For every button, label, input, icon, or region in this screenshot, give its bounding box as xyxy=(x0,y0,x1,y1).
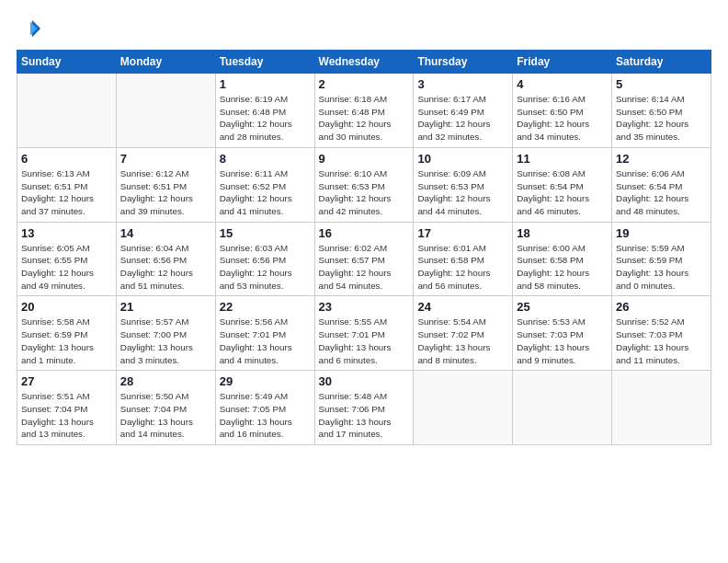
calendar-day-20: 20Sunrise: 5:58 AM Sunset: 6:59 PM Dayli… xyxy=(17,296,117,371)
day-number: 8 xyxy=(220,152,311,166)
weekday-header-sunday: Sunday xyxy=(17,51,117,74)
day-number: 21 xyxy=(120,300,211,314)
calendar-day-21: 21Sunrise: 5:57 AM Sunset: 7:00 PM Dayli… xyxy=(116,296,215,371)
day-info: Sunrise: 6:11 AM Sunset: 6:52 PM Dayligh… xyxy=(220,167,311,218)
day-info: Sunrise: 6:03 AM Sunset: 6:56 PM Dayligh… xyxy=(220,242,311,293)
calendar-day-11: 11Sunrise: 6:08 AM Sunset: 6:54 PM Dayli… xyxy=(513,147,612,222)
day-number: 27 xyxy=(21,374,112,388)
day-number: 26 xyxy=(616,300,707,314)
day-number: 30 xyxy=(319,374,410,388)
day-info: Sunrise: 6:00 AM Sunset: 6:58 PM Dayligh… xyxy=(517,242,608,293)
day-info: Sunrise: 6:10 AM Sunset: 6:53 PM Dayligh… xyxy=(319,167,410,218)
calendar-day-empty xyxy=(414,371,513,445)
calendar-week-row: 27Sunrise: 5:51 AM Sunset: 7:04 PM Dayli… xyxy=(17,371,711,445)
weekday-header-monday: Monday xyxy=(116,51,215,74)
day-number: 28 xyxy=(120,374,211,388)
day-info: Sunrise: 5:55 AM Sunset: 7:01 PM Dayligh… xyxy=(319,316,410,366)
day-info: Sunrise: 6:01 AM Sunset: 6:58 PM Dayligh… xyxy=(417,242,508,293)
calendar-day-26: 26Sunrise: 5:52 AM Sunset: 7:03 PM Dayli… xyxy=(612,296,711,371)
calendar-day-8: 8Sunrise: 6:11 AM Sunset: 6:52 PM Daylig… xyxy=(215,147,314,222)
day-info: Sunrise: 5:51 AM Sunset: 7:04 PM Dayligh… xyxy=(21,390,112,441)
day-number: 1 xyxy=(220,77,311,91)
day-info: Sunrise: 6:09 AM Sunset: 6:53 PM Dayligh… xyxy=(417,167,508,218)
calendar-day-14: 14Sunrise: 6:04 AM Sunset: 6:56 PM Dayli… xyxy=(116,222,215,296)
calendar-day-3: 3Sunrise: 6:17 AM Sunset: 6:49 PM Daylig… xyxy=(414,74,513,148)
calendar-day-empty xyxy=(116,74,215,148)
day-info: Sunrise: 6:06 AM Sunset: 6:54 PM Dayligh… xyxy=(616,167,707,218)
calendar-day-16: 16Sunrise: 6:02 AM Sunset: 6:57 PM Dayli… xyxy=(314,222,414,296)
calendar-day-30: 30Sunrise: 5:48 AM Sunset: 7:06 PM Dayli… xyxy=(314,371,414,445)
day-info: Sunrise: 5:49 AM Sunset: 7:05 PM Dayligh… xyxy=(220,390,311,441)
weekday-header-friday: Friday xyxy=(513,51,612,74)
calendar-day-empty xyxy=(17,74,117,148)
day-number: 11 xyxy=(517,152,608,166)
calendar-week-row: 13Sunrise: 6:05 AM Sunset: 6:55 PM Dayli… xyxy=(17,222,711,296)
day-info: Sunrise: 5:58 AM Sunset: 6:59 PM Dayligh… xyxy=(21,316,112,366)
calendar-day-4: 4Sunrise: 6:16 AM Sunset: 6:50 PM Daylig… xyxy=(513,74,612,148)
calendar-day-25: 25Sunrise: 5:53 AM Sunset: 7:03 PM Dayli… xyxy=(513,296,612,371)
calendar-day-12: 12Sunrise: 6:06 AM Sunset: 6:54 PM Dayli… xyxy=(612,147,711,222)
calendar-day-1: 1Sunrise: 6:19 AM Sunset: 6:48 PM Daylig… xyxy=(215,74,314,148)
day-number: 29 xyxy=(220,374,311,388)
day-info: Sunrise: 6:14 AM Sunset: 6:50 PM Dayligh… xyxy=(616,93,707,144)
calendar-week-row: 6Sunrise: 6:13 AM Sunset: 6:51 PM Daylig… xyxy=(17,147,711,222)
calendar-day-9: 9Sunrise: 6:10 AM Sunset: 6:53 PM Daylig… xyxy=(314,147,414,222)
calendar-day-29: 29Sunrise: 5:49 AM Sunset: 7:05 PM Dayli… xyxy=(215,371,314,445)
day-info: Sunrise: 6:02 AM Sunset: 6:57 PM Dayligh… xyxy=(319,242,410,293)
calendar-day-2: 2Sunrise: 6:18 AM Sunset: 6:48 PM Daylig… xyxy=(314,74,414,148)
calendar-day-6: 6Sunrise: 6:13 AM Sunset: 6:51 PM Daylig… xyxy=(17,147,117,222)
day-number: 10 xyxy=(417,152,508,166)
day-number: 18 xyxy=(517,226,608,240)
day-info: Sunrise: 6:18 AM Sunset: 6:48 PM Dayligh… xyxy=(319,93,410,144)
calendar: SundayMondayTuesdayWednesdayThursdayFrid… xyxy=(17,50,711,445)
calendar-day-13: 13Sunrise: 6:05 AM Sunset: 6:55 PM Dayli… xyxy=(17,222,117,296)
day-number: 25 xyxy=(517,300,608,314)
day-info: Sunrise: 5:53 AM Sunset: 7:03 PM Dayligh… xyxy=(517,316,608,366)
day-info: Sunrise: 6:05 AM Sunset: 6:55 PM Dayligh… xyxy=(21,242,112,293)
day-number: 24 xyxy=(417,300,508,314)
day-number: 12 xyxy=(616,152,707,166)
calendar-day-15: 15Sunrise: 6:03 AM Sunset: 6:56 PM Dayli… xyxy=(215,222,314,296)
day-number: 20 xyxy=(21,300,112,314)
day-info: Sunrise: 5:56 AM Sunset: 7:01 PM Dayligh… xyxy=(220,316,311,366)
day-number: 23 xyxy=(319,300,410,314)
day-number: 15 xyxy=(220,226,311,240)
weekday-header-thursday: Thursday xyxy=(414,51,513,74)
weekday-header-wednesday: Wednesday xyxy=(314,51,414,74)
day-number: 4 xyxy=(517,77,608,91)
calendar-week-row: 1Sunrise: 6:19 AM Sunset: 6:48 PM Daylig… xyxy=(17,74,711,148)
day-info: Sunrise: 6:12 AM Sunset: 6:51 PM Dayligh… xyxy=(120,167,211,218)
calendar-day-19: 19Sunrise: 5:59 AM Sunset: 6:59 PM Dayli… xyxy=(612,222,711,296)
calendar-day-10: 10Sunrise: 6:09 AM Sunset: 6:53 PM Dayli… xyxy=(414,147,513,222)
day-info: Sunrise: 6:08 AM Sunset: 6:54 PM Dayligh… xyxy=(517,167,608,218)
logo xyxy=(17,17,46,42)
calendar-day-7: 7Sunrise: 6:12 AM Sunset: 6:51 PM Daylig… xyxy=(116,147,215,222)
day-info: Sunrise: 5:54 AM Sunset: 7:02 PM Dayligh… xyxy=(417,316,508,366)
day-info: Sunrise: 6:04 AM Sunset: 6:56 PM Dayligh… xyxy=(120,242,211,293)
calendar-day-18: 18Sunrise: 6:00 AM Sunset: 6:58 PM Dayli… xyxy=(513,222,612,296)
day-number: 19 xyxy=(616,226,707,240)
weekday-header-saturday: Saturday xyxy=(612,51,711,74)
day-info: Sunrise: 5:59 AM Sunset: 6:59 PM Dayligh… xyxy=(616,242,707,293)
calendar-day-empty xyxy=(513,371,612,445)
day-info: Sunrise: 6:19 AM Sunset: 6:48 PM Dayligh… xyxy=(220,93,311,144)
calendar-day-5: 5Sunrise: 6:14 AM Sunset: 6:50 PM Daylig… xyxy=(612,74,711,148)
day-number: 3 xyxy=(417,77,508,91)
calendar-day-23: 23Sunrise: 5:55 AM Sunset: 7:01 PM Dayli… xyxy=(314,296,414,371)
day-info: Sunrise: 5:50 AM Sunset: 7:04 PM Dayligh… xyxy=(120,390,211,441)
calendar-day-27: 27Sunrise: 5:51 AM Sunset: 7:04 PM Dayli… xyxy=(17,371,117,445)
day-info: Sunrise: 5:48 AM Sunset: 7:06 PM Dayligh… xyxy=(319,390,410,441)
day-number: 6 xyxy=(21,152,112,166)
calendar-week-row: 20Sunrise: 5:58 AM Sunset: 6:59 PM Dayli… xyxy=(17,296,711,371)
day-info: Sunrise: 6:13 AM Sunset: 6:51 PM Dayligh… xyxy=(21,167,112,218)
day-number: 2 xyxy=(319,77,410,91)
calendar-day-17: 17Sunrise: 6:01 AM Sunset: 6:58 PM Dayli… xyxy=(414,222,513,296)
day-info: Sunrise: 5:52 AM Sunset: 7:03 PM Dayligh… xyxy=(616,316,707,366)
page: SundayMondayTuesdayWednesdayThursdayFrid… xyxy=(0,0,728,563)
logo-icon xyxy=(17,17,42,42)
calendar-day-24: 24Sunrise: 5:54 AM Sunset: 7:02 PM Dayli… xyxy=(414,296,513,371)
day-number: 14 xyxy=(120,226,211,240)
day-number: 5 xyxy=(616,77,707,91)
day-number: 7 xyxy=(120,152,211,166)
calendar-header-row: SundayMondayTuesdayWednesdayThursdayFrid… xyxy=(17,51,711,74)
